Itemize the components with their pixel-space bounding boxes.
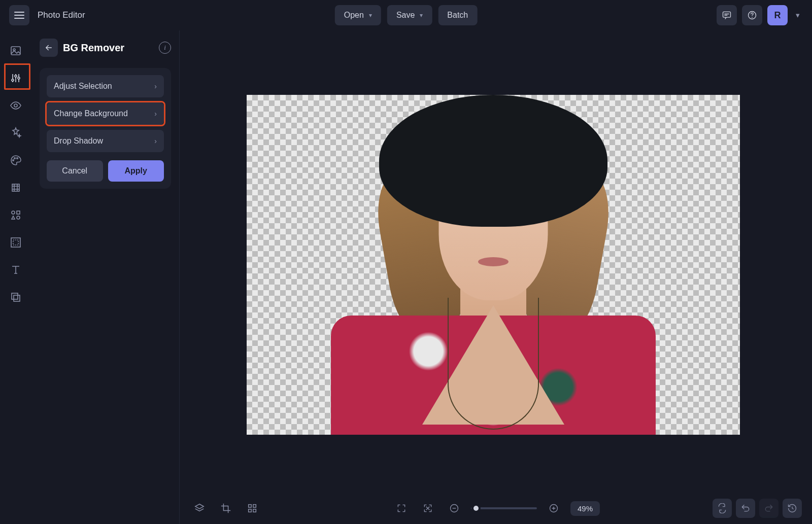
side-panel: BG Remover i Adjust Selection › Change B… — [31, 30, 180, 524]
svg-rect-3 — [11, 47, 20, 55]
rail-effects-icon[interactable] — [9, 126, 23, 140]
panel-header: BG Remover i — [40, 39, 171, 57]
svg-rect-18 — [12, 293, 18, 299]
chevron-down-icon: ▾ — [369, 12, 372, 19]
svg-rect-12 — [12, 184, 19, 191]
crop-tool-button[interactable] — [216, 499, 235, 518]
redo-button[interactable] — [759, 499, 779, 518]
option-label: Drop Shadow — [54, 136, 103, 146]
zoom-slider[interactable] — [471, 507, 537, 509]
apply-label: Apply — [125, 166, 147, 176]
save-label: Save — [396, 11, 415, 20]
rail-image-icon[interactable] — [9, 44, 23, 58]
help-icon — [747, 10, 757, 20]
user-avatar[interactable]: R — [767, 5, 788, 25]
avatar-letter: R — [774, 10, 781, 21]
option-label: Adjust Selection — [54, 82, 112, 91]
zoom-out-button[interactable] — [445, 499, 464, 518]
svg-point-7 — [18, 77, 20, 79]
chevron-right-icon: › — [154, 137, 157, 145]
open-button[interactable]: Open ▾ — [335, 5, 381, 25]
apply-button[interactable]: Apply — [108, 160, 164, 182]
chat-icon — [722, 10, 732, 20]
zoom-value[interactable]: 49% — [570, 501, 600, 516]
bottom-toolbar: 49% — [180, 493, 812, 524]
svg-rect-14 — [17, 211, 20, 214]
undo-button[interactable] — [736, 499, 755, 518]
back-button[interactable] — [40, 39, 58, 57]
svg-point-5 — [12, 79, 14, 81]
history-button[interactable] — [783, 499, 802, 518]
rail-text-icon[interactable] — [9, 263, 23, 277]
zoom-controls: 49% — [392, 499, 600, 518]
svg-rect-21 — [253, 505, 256, 508]
chevron-right-icon: › — [154, 82, 157, 90]
option-adjust-selection[interactable]: Adjust Selection › — [47, 75, 164, 97]
option-change-background[interactable]: Change Background › — [47, 102, 164, 125]
panel-title: BG Remover — [63, 42, 154, 54]
slider-thumb[interactable] — [471, 504, 481, 513]
panel-info-button[interactable]: i — [159, 42, 171, 54]
svg-rect-16 — [11, 238, 20, 247]
rail-crop-icon[interactable] — [9, 181, 23, 195]
panel-options-card: Adjust Selection › Change Background › D… — [40, 68, 171, 189]
top-center-actions: Open ▾ Save ▾ Batch — [335, 5, 478, 25]
rail-paint-icon[interactable] — [9, 153, 23, 167]
batch-label: Batch — [447, 11, 468, 20]
svg-point-15 — [17, 216, 20, 219]
layers-button[interactable] — [190, 499, 209, 518]
menu-button[interactable] — [9, 5, 29, 25]
rail-layers-icon[interactable] — [9, 290, 23, 304]
subject-cutout — [331, 95, 656, 435]
top-right-actions: R ▾ — [717, 5, 803, 25]
panel-action-row: Cancel Apply — [47, 160, 164, 182]
rail-elements-icon[interactable] — [9, 208, 23, 222]
svg-rect-22 — [249, 509, 252, 512]
svg-rect-0 — [723, 12, 731, 17]
bottom-right-actions — [713, 499, 802, 518]
svg-rect-17 — [13, 240, 18, 245]
open-label: Open — [344, 11, 364, 20]
chevron-down-icon: ▾ — [420, 12, 423, 19]
zoom-in-button[interactable] — [544, 499, 563, 518]
info-icon: i — [164, 44, 166, 52]
cancel-button[interactable]: Cancel — [47, 160, 103, 182]
compare-button[interactable] — [713, 499, 732, 518]
svg-rect-20 — [249, 505, 252, 508]
rail-adjust-icon[interactable] — [9, 71, 23, 85]
rail-eye-icon[interactable] — [9, 98, 23, 113]
svg-point-11 — [17, 158, 18, 159]
top-bar: Photo Editor Open ▾ Save ▾ Batch R ▾ — [0, 0, 812, 30]
svg-point-6 — [15, 75, 17, 77]
arrow-left-icon — [44, 43, 53, 52]
option-label: Change Background — [54, 109, 128, 118]
hamburger-icon — [14, 11, 24, 19]
svg-rect-19 — [14, 295, 20, 301]
app-title: Photo Editor — [38, 10, 85, 20]
chevron-right-icon: › — [154, 110, 157, 118]
left-tool-rail — [0, 30, 31, 524]
avatar-chevron-down-icon[interactable]: ▾ — [793, 11, 803, 20]
svg-point-8 — [14, 104, 17, 107]
fullscreen-button[interactable] — [392, 499, 411, 518]
rail-frame-icon[interactable] — [9, 235, 23, 250]
batch-button[interactable]: Batch — [438, 5, 477, 25]
fit-screen-button[interactable] — [418, 499, 437, 518]
save-button[interactable]: Save ▾ — [387, 5, 432, 25]
image-canvas[interactable] — [247, 95, 740, 435]
svg-point-13 — [12, 211, 15, 214]
svg-rect-23 — [253, 509, 256, 512]
cancel-label: Cancel — [62, 166, 87, 176]
svg-point-9 — [13, 160, 14, 161]
help-button[interactable] — [742, 5, 762, 25]
svg-point-10 — [14, 158, 16, 159]
canvas-area[interactable] — [180, 30, 812, 493]
option-drop-shadow[interactable]: Drop Shadow › — [47, 130, 164, 152]
grid-button[interactable] — [243, 499, 262, 518]
feedback-button[interactable] — [717, 5, 737, 25]
svg-point-2 — [752, 17, 753, 18]
